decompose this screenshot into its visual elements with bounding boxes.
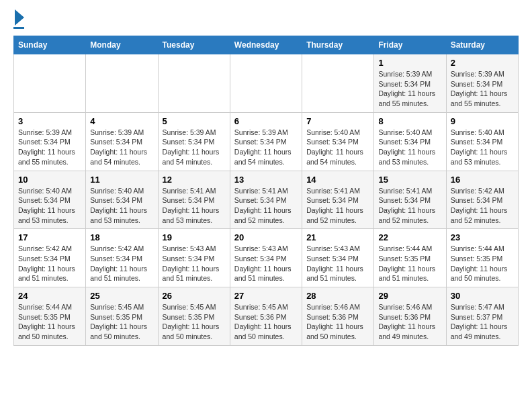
- calendar-cell: 7Sunrise: 5:40 AM Sunset: 5:34 PM Daylig…: [302, 112, 374, 171]
- calendar-body: 1Sunrise: 5:39 AM Sunset: 5:34 PM Daylig…: [14, 54, 519, 346]
- calendar-cell: 16Sunrise: 5:42 AM Sunset: 5:34 PM Dayli…: [446, 171, 518, 229]
- day-number: 7: [306, 116, 369, 126]
- calendar-cell: 9Sunrise: 5:40 AM Sunset: 5:34 PM Daylig…: [446, 112, 518, 171]
- day-number: 4: [90, 116, 153, 126]
- calendar-cell: 13Sunrise: 5:41 AM Sunset: 5:34 PM Dayli…: [230, 171, 302, 229]
- calendar-cell: [158, 54, 230, 113]
- day-detail: Sunrise: 5:40 AM Sunset: 5:34 PM Dayligh…: [90, 186, 153, 226]
- calendar-cell: 5Sunrise: 5:39 AM Sunset: 5:34 PM Daylig…: [158, 112, 230, 171]
- calendar-cell: 30Sunrise: 5:47 AM Sunset: 5:37 PM Dayli…: [446, 287, 518, 346]
- calendar-cell: 1Sunrise: 5:39 AM Sunset: 5:34 PM Daylig…: [374, 54, 446, 113]
- weekday-header-friday: Friday: [374, 36, 446, 54]
- calendar-week-row: 24Sunrise: 5:44 AM Sunset: 5:35 PM Dayli…: [14, 287, 519, 346]
- day-detail: Sunrise: 5:44 AM Sunset: 5:35 PM Dayligh…: [378, 244, 441, 283]
- day-number: 21: [306, 232, 369, 242]
- day-detail: Sunrise: 5:39 AM Sunset: 5:34 PM Dayligh…: [234, 128, 298, 167]
- calendar-week-row: 3Sunrise: 5:39 AM Sunset: 5:34 PM Daylig…: [14, 112, 519, 171]
- day-detail: Sunrise: 5:39 AM Sunset: 5:34 PM Dayligh…: [18, 128, 81, 167]
- day-number: 15: [378, 175, 441, 185]
- calendar-cell: [14, 54, 86, 113]
- day-detail: Sunrise: 5:39 AM Sunset: 5:34 PM Dayligh…: [90, 128, 153, 167]
- calendar-cell: 23Sunrise: 5:44 AM Sunset: 5:35 PM Dayli…: [446, 229, 518, 287]
- calendar-cell: 10Sunrise: 5:40 AM Sunset: 5:34 PM Dayli…: [14, 171, 86, 229]
- day-number: 5: [163, 116, 226, 126]
- day-detail: Sunrise: 5:39 AM Sunset: 5:34 PM Dayligh…: [451, 69, 514, 109]
- calendar-cell: 15Sunrise: 5:41 AM Sunset: 5:34 PM Dayli…: [374, 171, 446, 229]
- day-detail: Sunrise: 5:42 AM Sunset: 5:34 PM Dayligh…: [90, 244, 153, 283]
- day-number: 22: [378, 232, 441, 242]
- day-number: 25: [90, 291, 153, 301]
- day-number: 17: [18, 232, 81, 242]
- calendar-cell: 3Sunrise: 5:39 AM Sunset: 5:34 PM Daylig…: [14, 112, 86, 171]
- day-detail: Sunrise: 5:45 AM Sunset: 5:36 PM Dayligh…: [234, 302, 298, 342]
- day-detail: Sunrise: 5:39 AM Sunset: 5:34 PM Dayligh…: [378, 69, 441, 109]
- day-number: 10: [18, 175, 81, 185]
- day-number: 16: [451, 175, 514, 185]
- day-number: 23: [451, 232, 514, 242]
- day-detail: Sunrise: 5:41 AM Sunset: 5:34 PM Dayligh…: [378, 186, 441, 226]
- day-detail: Sunrise: 5:41 AM Sunset: 5:34 PM Dayligh…: [306, 186, 369, 226]
- weekday-header-row: SundayMondayTuesdayWednesdayThursdayFrid…: [14, 36, 519, 54]
- logo: [13, 11, 24, 29]
- day-detail: Sunrise: 5:44 AM Sunset: 5:35 PM Dayligh…: [18, 302, 81, 342]
- day-number: 28: [306, 291, 369, 301]
- calendar-cell: 19Sunrise: 5:43 AM Sunset: 5:34 PM Dayli…: [158, 229, 230, 287]
- calendar-cell: 6Sunrise: 5:39 AM Sunset: 5:34 PM Daylig…: [230, 112, 302, 171]
- logo-text: [13, 11, 24, 26]
- day-detail: Sunrise: 5:41 AM Sunset: 5:34 PM Dayligh…: [234, 186, 298, 226]
- day-detail: Sunrise: 5:42 AM Sunset: 5:34 PM Dayligh…: [18, 244, 81, 283]
- day-number: 1: [378, 58, 441, 68]
- calendar-cell: 18Sunrise: 5:42 AM Sunset: 5:34 PM Dayli…: [86, 229, 158, 287]
- calendar-cell: 24Sunrise: 5:44 AM Sunset: 5:35 PM Dayli…: [14, 287, 86, 346]
- logo-underline: [13, 27, 24, 29]
- calendar-cell: 25Sunrise: 5:45 AM Sunset: 5:35 PM Dayli…: [86, 287, 158, 346]
- day-number: 26: [163, 291, 226, 301]
- day-detail: Sunrise: 5:47 AM Sunset: 5:37 PM Dayligh…: [451, 302, 514, 342]
- day-detail: Sunrise: 5:42 AM Sunset: 5:34 PM Dayligh…: [451, 186, 514, 226]
- day-number: 14: [306, 175, 369, 185]
- calendar-cell: 17Sunrise: 5:42 AM Sunset: 5:34 PM Dayli…: [14, 229, 86, 287]
- day-detail: Sunrise: 5:40 AM Sunset: 5:34 PM Dayligh…: [378, 128, 441, 167]
- day-number: 30: [451, 291, 514, 301]
- day-number: 27: [234, 291, 298, 301]
- logo-arrow-icon: [15, 9, 24, 26]
- calendar-cell: 12Sunrise: 5:41 AM Sunset: 5:34 PM Dayli…: [158, 171, 230, 229]
- day-number: 11: [90, 175, 153, 185]
- day-number: 2: [451, 58, 514, 68]
- day-number: 3: [18, 116, 81, 126]
- day-detail: Sunrise: 5:43 AM Sunset: 5:34 PM Dayligh…: [234, 244, 298, 283]
- day-detail: Sunrise: 5:44 AM Sunset: 5:35 PM Dayligh…: [451, 244, 514, 283]
- day-number: 24: [18, 291, 81, 301]
- calendar-cell: [86, 54, 158, 113]
- day-number: 6: [234, 116, 298, 126]
- calendar-week-row: 10Sunrise: 5:40 AM Sunset: 5:34 PM Dayli…: [14, 171, 519, 229]
- day-detail: Sunrise: 5:40 AM Sunset: 5:34 PM Dayligh…: [451, 128, 514, 167]
- weekday-header-monday: Monday: [86, 36, 158, 54]
- calendar-cell: 4Sunrise: 5:39 AM Sunset: 5:34 PM Daylig…: [86, 112, 158, 171]
- day-number: 9: [451, 116, 514, 126]
- calendar-cell: 20Sunrise: 5:43 AM Sunset: 5:34 PM Dayli…: [230, 229, 302, 287]
- day-detail: Sunrise: 5:43 AM Sunset: 5:34 PM Dayligh…: [306, 244, 369, 283]
- calendar-cell: 28Sunrise: 5:46 AM Sunset: 5:36 PM Dayli…: [302, 287, 374, 346]
- day-detail: Sunrise: 5:45 AM Sunset: 5:35 PM Dayligh…: [90, 302, 153, 342]
- calendar-cell: 21Sunrise: 5:43 AM Sunset: 5:34 PM Dayli…: [302, 229, 374, 287]
- day-number: 19: [163, 232, 226, 242]
- calendar-cell: [230, 54, 302, 113]
- day-detail: Sunrise: 5:41 AM Sunset: 5:34 PM Dayligh…: [163, 186, 226, 226]
- header: [13, 11, 519, 29]
- calendar-week-row: 17Sunrise: 5:42 AM Sunset: 5:34 PM Dayli…: [14, 229, 519, 287]
- calendar-table: SundayMondayTuesdayWednesdayThursdayFrid…: [13, 36, 519, 346]
- day-number: 18: [90, 232, 153, 242]
- day-detail: Sunrise: 5:43 AM Sunset: 5:34 PM Dayligh…: [163, 244, 226, 283]
- weekday-header-sunday: Sunday: [14, 36, 86, 54]
- day-detail: Sunrise: 5:46 AM Sunset: 5:36 PM Dayligh…: [378, 302, 441, 342]
- day-detail: Sunrise: 5:45 AM Sunset: 5:35 PM Dayligh…: [163, 302, 226, 342]
- calendar-cell: 2Sunrise: 5:39 AM Sunset: 5:34 PM Daylig…: [446, 54, 518, 113]
- day-number: 29: [378, 291, 441, 301]
- page: SundayMondayTuesdayWednesdayThursdayFrid…: [0, 0, 532, 359]
- day-number: 20: [234, 232, 298, 242]
- weekday-header-thursday: Thursday: [302, 36, 374, 54]
- calendar-cell: 26Sunrise: 5:45 AM Sunset: 5:35 PM Dayli…: [158, 287, 230, 346]
- day-number: 8: [378, 116, 441, 126]
- calendar-week-row: 1Sunrise: 5:39 AM Sunset: 5:34 PM Daylig…: [14, 54, 519, 113]
